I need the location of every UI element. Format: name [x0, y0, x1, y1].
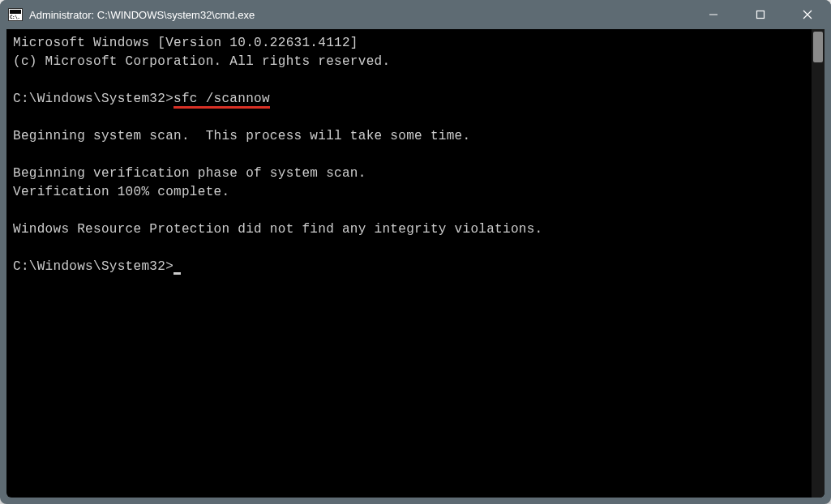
output-line: Beginning system scan. This process will… — [13, 129, 470, 143]
scrollbar-track[interactable] — [812, 29, 825, 498]
prompt-path: C:\Windows\System32> — [13, 259, 173, 274]
output-line: Beginning verification phase of system s… — [13, 166, 366, 181]
svg-rect-1 — [757, 11, 765, 19]
terminal-output[interactable]: Microsoft Windows [Version 10.0.22631.41… — [6, 29, 812, 498]
close-icon — [803, 10, 812, 19]
cmd-icon-label: C:\. — [10, 14, 19, 19]
output-line: Windows Resource Protection did not find… — [13, 222, 543, 237]
command-input: sfc /scannow — [173, 92, 270, 109]
scrollbar-thumb[interactable] — [813, 32, 823, 62]
minimize-icon — [709, 10, 718, 19]
prompt-path: C:\Windows\System32> — [13, 92, 173, 106]
output-line: (c) Microsoft Corporation. All rights re… — [13, 54, 390, 69]
terminal-area: Microsoft Windows [Version 10.0.22631.41… — [6, 29, 825, 498]
maximize-icon — [756, 10, 765, 19]
minimize-button[interactable] — [690, 0, 737, 29]
cursor — [173, 272, 181, 275]
close-button[interactable] — [784, 0, 831, 29]
titlebar[interactable]: C:\. Administrator: C:\WINDOWS\system32\… — [0, 0, 831, 29]
output-line: Microsoft Windows [Version 10.0.22631.41… — [13, 36, 358, 50]
window-title: Administrator: C:\WINDOWS\system32\cmd.e… — [29, 9, 690, 21]
maximize-button[interactable] — [737, 0, 784, 29]
cmd-window: C:\. Administrator: C:\WINDOWS\system32\… — [0, 0, 831, 504]
output-line: Verification 100% complete. — [13, 185, 229, 199]
cmd-icon: C:\. — [8, 8, 23, 21]
window-controls — [690, 0, 831, 29]
